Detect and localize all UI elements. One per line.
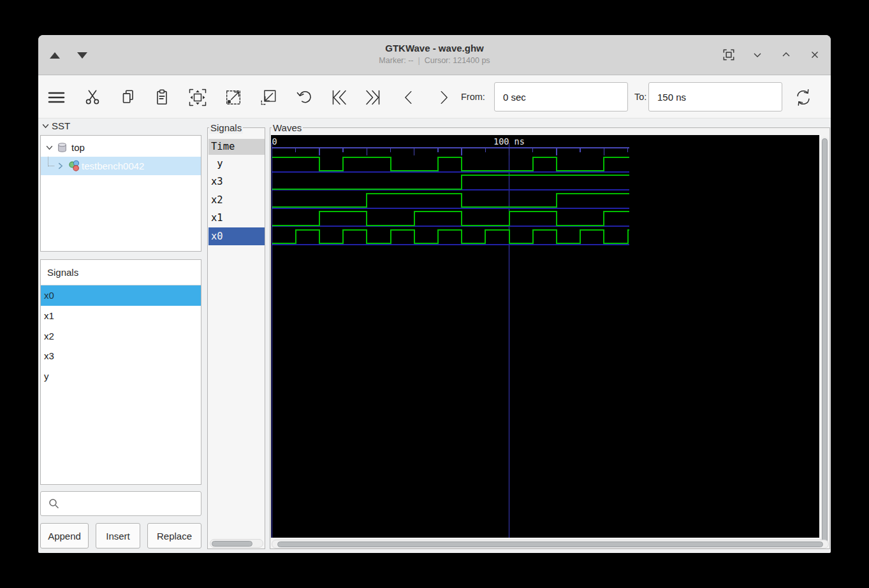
instance-spheres-icon [68,160,80,172]
from-label: From: [461,76,485,118]
wave-trace-x2 [272,194,629,208]
waves-hscrollbar[interactable] [272,540,829,549]
chevron-right-icon[interactable] [56,162,64,170]
list-item-y[interactable]: y [41,366,201,387]
search-icon [48,498,59,509]
zoom-in-frame-icon [259,88,278,107]
sst-expander[interactable]: SST [41,120,70,131]
skip-to-end-icon [363,87,384,108]
undo-icon [295,88,314,107]
step-forward-button[interactable] [433,87,455,108]
chevron-down-icon [41,122,50,130]
search-input[interactable] [59,492,201,515]
time-label-0: 0 [272,136,277,147]
tree-item-top[interactable]: top [41,138,201,157]
list-item-x2[interactable]: x2 [41,326,201,347]
zoom-fit-button[interactable] [187,87,208,108]
time-label-100: 100 ns [493,136,525,147]
tree-item-label[interactable]: testbench0042 [82,161,144,171]
signal-names-frame: Signals Time y x3 x2 x1 x0 [207,127,265,549]
chevron-up-icon [780,48,792,61]
tree-item-testbench[interactable]: testbench0042 [41,157,201,175]
names-hscrollbar-thumb[interactable] [212,541,252,547]
chevron-down-icon[interactable] [45,143,54,152]
signal-list-header: Signals [41,260,201,285]
status-separator: | [418,56,420,65]
close-button[interactable] [807,47,823,63]
menu-icon [46,87,66,108]
list-item-x3[interactable]: x3 [41,346,201,366]
zoom-out-frame-icon [224,88,243,107]
status-line: Marker: --|Cursor: 121400 ps [38,56,831,65]
close-icon [808,48,821,61]
wave-trace-y [272,157,629,171]
title-block: GTKWave - wave.ghw Marker: --|Cursor: 12… [38,35,831,65]
replace-button[interactable]: Replace [147,523,201,549]
fullscreen-icon [722,48,736,62]
paste-icon [152,88,172,107]
signal-name-x2[interactable]: x2 [208,191,265,210]
fullscreen-button[interactable] [720,47,737,63]
zoom-in-frame-button[interactable] [258,87,279,108]
module-cylinder-icon [57,142,68,153]
to-input[interactable] [648,82,782,111]
waves-vscrollbar-thumb[interactable] [822,138,828,543]
time-header[interactable]: Time [208,139,265,155]
list-item-x0[interactable]: x0 [41,285,201,306]
signal-name-y[interactable]: y [208,155,265,173]
chevron-left-icon [399,88,418,107]
list-item-x1[interactable]: x1 [41,306,201,326]
search-box [40,491,201,516]
menu-button[interactable] [45,87,67,108]
wave-trace-x0 [272,230,629,244]
titlebar[interactable]: GTKWave - wave.ghw Marker: --|Cursor: 12… [38,35,831,75]
reload-icon [794,88,813,107]
window-title: GTKWave - wave.ghw [38,43,831,54]
step-back-button[interactable] [398,87,420,108]
cursor-status: Cursor: 121400 ps [425,56,490,65]
to-label: To: [634,76,646,118]
signal-name-x3[interactable]: x3 [208,173,265,191]
sst-label: SST [52,120,70,131]
waves-frame-label: Waves [272,122,303,134]
reload-button[interactable] [792,87,814,108]
waves-hscrollbar-thumb[interactable] [277,541,823,547]
waveform-canvas[interactable]: 0100 ns [271,135,819,538]
copy-button[interactable] [117,87,139,108]
signal-name-x0[interactable]: x0 [208,227,265,246]
from-input[interactable] [494,82,628,111]
signal-names-frame-label: Signals [209,122,243,134]
zoom-out-frame-button[interactable] [223,87,244,108]
sst-tree-panel: top testbench0042 [40,135,201,252]
minimize-button[interactable] [749,47,766,63]
chevron-right-icon [434,88,453,107]
cut-icon [83,88,102,107]
tree-connector [48,157,54,166]
signal-list-panel: Signals x0 x1 x2 x3 y [40,259,201,485]
append-button[interactable]: Append [40,523,89,549]
wave-trace-x3 [272,175,629,189]
insert-button[interactable]: Insert [96,523,140,549]
signal-name-x1[interactable]: x1 [208,209,265,227]
gtkwave-window: GTKWave - wave.ghw Marker: --|Cursor: 12… [38,35,831,553]
skip-to-start-button[interactable] [328,87,349,108]
wave-trace-x1 [272,212,629,226]
paste-button[interactable] [151,87,173,108]
zoom-fit-icon [187,87,208,108]
maximize-button[interactable] [778,47,794,63]
cut-button[interactable] [82,87,103,108]
marker-status: Marker: -- [379,56,413,65]
chevron-down-icon [751,48,764,61]
waveform-plot[interactable]: 0100 ns [271,135,819,538]
skip-to-start-icon [328,87,349,108]
waves-frame: Waves 0100 ns [270,127,830,549]
toolbar: From: To: [38,76,831,118]
copy-icon [119,88,138,107]
tree-item-label[interactable]: top [71,142,85,153]
undo-button[interactable] [293,87,315,108]
names-hscrollbar[interactable] [210,539,263,548]
waves-vscrollbar[interactable] [821,136,829,548]
skip-to-end-button[interactable] [363,87,384,108]
